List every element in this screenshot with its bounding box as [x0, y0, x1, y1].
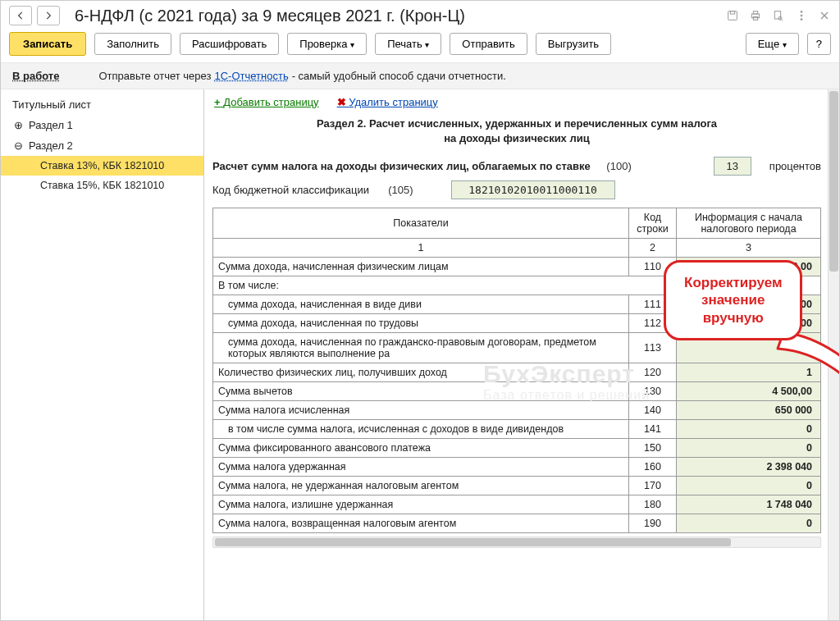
svg-rect-1 — [730, 11, 734, 14]
row-label: в том числе сумма налога, исчисленная с … — [213, 420, 629, 439]
page-title: 6-НДФЛ (с 2021 года) за 9 месяцев 2021 г… — [75, 7, 721, 25]
row-value[interactable]: 4 500,00 — [677, 382, 821, 401]
svg-rect-5 — [774, 11, 780, 19]
row-code: 140 — [629, 401, 677, 420]
row-code: 180 — [629, 495, 677, 514]
row-label: Сумма налога удержанная — [213, 458, 629, 477]
export-button[interactable]: Выгрузить — [536, 33, 611, 55]
tree-rate-15[interactable]: Ставка 15%, КБК 1821010 — [1, 176, 203, 195]
row-value[interactable]: 0,00 — [677, 295, 821, 314]
row-label: сумма дохода, начисленная по трудовы — [213, 314, 629, 333]
disk-icon[interactable] — [726, 9, 739, 22]
row-code: 150 — [629, 439, 677, 458]
status-text2: - самый удобный способ сдачи отчетности. — [292, 70, 506, 82]
rate-field[interactable]: 13 — [714, 157, 751, 176]
row-label: Сумма налога, не удержанная налоговым аг… — [213, 477, 629, 495]
rate-suffix: процентов — [769, 160, 821, 172]
row-code: 112 — [629, 314, 677, 333]
th-linecode: Код строки — [629, 208, 677, 239]
row-label: Количество физических лиц, получивших до… — [213, 363, 629, 382]
row-value[interactable]: 0,00 — [677, 333, 821, 363]
decode-button[interactable]: Расшифровать — [180, 33, 279, 55]
row-label: сумма дохода, начисленная по гражданско-… — [213, 333, 629, 363]
row-value[interactable]: 0 — [677, 439, 821, 458]
svg-rect-0 — [728, 11, 737, 21]
horizontal-scrollbar[interactable] — [212, 537, 821, 548]
more-button[interactable]: Еще ▾ — [746, 33, 799, 55]
row-code: 110 — [629, 258, 677, 276]
tree-rate-13[interactable]: Ставка 13%, КБК 1821010 — [1, 156, 203, 176]
status-link[interactable]: 1С-Отчетность — [214, 70, 288, 82]
delete-page-link[interactable]: Удалить страницу — [337, 96, 438, 108]
status-text: Отправьте отчет через — [98, 70, 211, 82]
nav-forward-button[interactable] — [37, 6, 60, 25]
row-code: 141 — [629, 420, 677, 439]
svg-point-8 — [801, 15, 802, 16]
row-label: Сумма фиксированного авансового платежа — [213, 439, 629, 458]
row-code: 130 — [629, 382, 677, 401]
more-icon[interactable] — [795, 9, 808, 22]
svg-point-7 — [801, 11, 802, 12]
preview-icon[interactable] — [772, 9, 785, 22]
print-icon[interactable] — [749, 9, 762, 22]
status-state[interactable]: В работе — [12, 70, 59, 82]
section-heading: Раздел 2. Расчет исчисленных, удержанных… — [245, 116, 788, 145]
row-value[interactable]: 5 004 000,00 — [677, 314, 821, 333]
svg-rect-3 — [753, 11, 757, 14]
close-icon[interactable] — [818, 9, 831, 22]
row-label: Сумма налога, излишне удержанная — [213, 495, 629, 514]
fill-button[interactable]: Заполнить — [94, 33, 171, 55]
send-button[interactable]: Отправить — [450, 33, 527, 55]
svg-rect-4 — [753, 16, 757, 20]
th-period: Информация с начала налогового периода — [677, 208, 821, 239]
row-code: 113 — [629, 333, 677, 363]
row-label: Сумма налога исчисленная — [213, 401, 629, 420]
kbk-label: Код бюджетной классификации — [212, 184, 369, 196]
svg-point-9 — [801, 19, 802, 21]
kbk-field[interactable]: 18210102010011000110 — [451, 180, 615, 199]
svg-rect-2 — [751, 14, 759, 18]
row-value[interactable]: 5 004 000,00 — [677, 258, 821, 276]
print-button[interactable]: Печать ▾ — [375, 33, 441, 55]
check-button[interactable]: Проверка ▾ — [287, 33, 367, 55]
rate-label: Расчет сумм налога на доходы физических … — [212, 160, 591, 172]
row-value[interactable]: 2 398 040 — [677, 458, 821, 477]
row-value[interactable]: 1 748 040 — [677, 495, 821, 514]
report-table: Показатели Код строки Информация с начал… — [212, 208, 821, 533]
row-value[interactable]: 0 — [677, 477, 821, 495]
collapse-icon[interactable]: ⊖ — [12, 140, 24, 152]
row-value[interactable]: 0 — [677, 420, 821, 439]
expand-icon[interactable]: ⊕ — [12, 120, 24, 131]
rate-code: (100) — [606, 160, 631, 172]
row-code: 190 — [629, 514, 677, 533]
save-button[interactable]: Записать — [9, 32, 86, 56]
tree-title-page[interactable]: Титульный лист — [1, 94, 203, 115]
row-code: 170 — [629, 477, 677, 495]
sidebar-tree: Титульный лист ⊕ Раздел 1 ⊖ Раздел 2 Ста… — [1, 89, 204, 620]
svg-point-6 — [778, 16, 782, 20]
row-label: сумма дохода, начисленная в виде диви — [213, 295, 629, 314]
row-label: Сумма дохода, начисленная физическим лиц… — [213, 258, 629, 276]
row-code: 120 — [629, 363, 677, 382]
row-label: В том числе: — [213, 276, 821, 295]
row-code: 160 — [629, 458, 677, 477]
kbk-code: (105) — [388, 184, 413, 196]
row-label: Сумма налога, возвращенная налоговым аге… — [213, 514, 629, 533]
row-label: Сумма вычетов — [213, 382, 629, 401]
add-page-link[interactable]: Добавить страницу — [214, 96, 319, 108]
tree-section-2[interactable]: ⊖ Раздел 2 — [1, 135, 203, 156]
vertical-scrollbar[interactable] — [828, 89, 839, 620]
nav-back-button[interactable] — [9, 6, 32, 25]
tree-section-1[interactable]: ⊕ Раздел 1 — [1, 115, 203, 135]
row-value[interactable]: 650 000 — [677, 401, 821, 420]
row-value[interactable]: 0 — [677, 514, 821, 533]
row-value[interactable]: 1 — [677, 363, 821, 382]
row-code: 111 — [629, 295, 677, 314]
help-button[interactable]: ? — [807, 33, 831, 55]
th-indicator: Показатели — [213, 208, 629, 239]
